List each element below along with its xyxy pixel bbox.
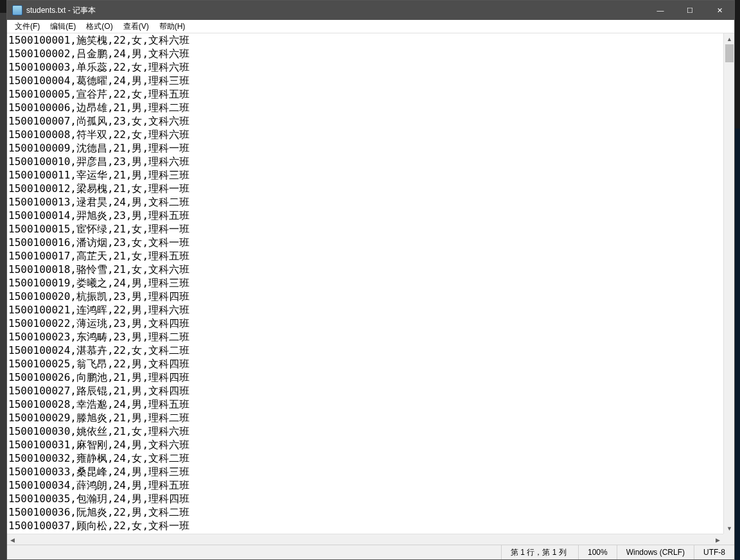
text-line[interactable]: 1500100016,潘访烟,23,女,文科一班 [8,236,722,249]
scroll-right-icon[interactable]: ▶ [712,534,723,545]
minimize-button[interactable]: — [646,1,675,20]
text-line[interactable]: 1500100009,沈德昌,21,男,理科一班 [8,141,722,155]
statusbar: 第 1 行，第 1 列 100% Windows (CRLF) UTF-8 [7,545,734,559]
text-line[interactable]: 1500100032,雍静枫,24,女,文科二班 [8,451,722,465]
text-line[interactable]: 1500100004,葛德曜,24,男,理科三班 [8,74,722,87]
text-line[interactable]: 1500100034,薛鸿朗,24,男,理科五班 [8,478,722,492]
text-line[interactable]: 1500100025,翁飞昂,22,男,文科四班 [8,357,722,371]
text-line[interactable]: 1500100001,施笑槐,22,女,文科六班 [8,33,722,47]
text-line[interactable]: 1500100018,骆怜雪,21,女,文科六班 [8,263,722,276]
text-line[interactable]: 1500100027,路辰锟,21,男,文科四班 [8,384,722,398]
text-line[interactable]: 1500100003,单乐蕊,22,女,理科六班 [8,60,722,74]
vertical-scrollbar[interactable]: ▲ ▼ [723,33,734,534]
menu-file[interactable]: 文件(F) [10,20,45,33]
window-controls: — ☐ ✕ [646,1,734,20]
scroll-left-icon[interactable]: ◀ [7,534,18,545]
menu-help[interactable]: 帮助(H) [154,20,191,33]
text-line[interactable]: 1500100014,羿旭炎,23,男,理科五班 [8,209,722,222]
scroll-up-icon[interactable]: ▲ [724,33,734,44]
text-line[interactable]: 1500100007,尚孤风,23,女,文科六班 [8,114,722,128]
menu-view[interactable]: 查看(V) [118,20,154,33]
text-line[interactable]: 1500100026,向鹏池,21,男,理科四班 [8,371,722,384]
text-line[interactable]: 1500100023,东鸿畴,23,男,理科二班 [8,330,722,344]
text-line[interactable]: 1500100008,符半双,22,女,理科六班 [8,128,722,141]
text-line[interactable]: 1500100028,幸浩邈,24,男,理科五班 [8,398,722,411]
text-line[interactable]: 1500100035,包瀚玥,24,男,理科四班 [8,492,722,505]
text-line[interactable]: 1500100012,梁易槐,21,女,理科一班 [8,182,722,195]
text-line[interactable]: 1500100037,顾向松,22,女,文科一班 [8,519,722,532]
text-line[interactable]: 1500100017,高芷天,21,女,理科五班 [8,249,722,263]
menubar: 文件(F) 编辑(E) 格式(O) 查看(V) 帮助(H) [7,20,734,33]
status-zoom: 100% [578,545,617,559]
notepad-icon [12,5,22,15]
menu-edit[interactable]: 编辑(E) [45,20,81,33]
text-line[interactable]: 1500100024,湛慕卉,22,女,文科二班 [8,344,722,357]
status-encoding: UTF-8 [694,545,734,559]
text-line[interactable]: 1500100011,宰运华,21,男,理科三班 [8,168,722,182]
titlebar[interactable]: students.txt - 记事本 — ☐ ✕ [7,1,734,20]
editor-area: 1500100001,施笑槐,22,女,文科六班1500100002,吕金鹏,2… [7,33,734,545]
text-line[interactable]: 1500100029,滕旭炎,21,男,理科二班 [8,411,722,424]
status-eol: Windows (CRLF) [617,545,694,559]
text-line[interactable]: 1500100006,边昂雄,21,男,理科二班 [8,101,722,114]
text-line[interactable]: 1500100021,连鸿晖,22,男,理科六班 [8,303,722,317]
notepad-window: students.txt - 记事本 — ☐ ✕ 文件(F) 编辑(E) 格式(… [6,0,735,560]
text-line[interactable]: 1500100002,吕金鹏,24,男,文科六班 [8,47,722,60]
window-title: students.txt - 记事本 [26,5,96,16]
close-button[interactable]: ✕ [705,1,734,20]
text-line[interactable]: 1500100036,阮旭炎,22,男,文科二班 [8,505,722,519]
maximize-button[interactable]: ☐ [675,1,705,20]
text-editor[interactable]: 1500100001,施笑槐,22,女,文科六班1500100002,吕金鹏,2… [7,33,723,534]
text-line[interactable]: 1500100031,麻智刚,24,男,文科六班 [8,438,722,451]
text-line[interactable]: 1500100033,桑昆峰,24,男,理科三班 [8,465,722,478]
vertical-scroll-thumb[interactable] [725,44,734,62]
background-left-strip [0,13,6,560]
text-line[interactable]: 1500100005,宣谷芹,22,女,理科五班 [8,87,722,101]
text-line[interactable]: 1500100013,逯君昊,24,男,文科二班 [8,195,722,209]
status-position: 第 1 行，第 1 列 [501,545,578,559]
background-right-strip [735,128,740,560]
menu-format[interactable]: 格式(O) [81,20,118,33]
scroll-down-icon[interactable]: ▼ [724,523,734,534]
scroll-corner [723,534,734,545]
text-line[interactable]: 1500100019,娄曦之,24,男,理科三班 [8,276,722,290]
text-line[interactable]: 1500100022,薄运珧,23,男,文科四班 [8,317,722,330]
text-line[interactable]: 1500100015,宦怀绿,21,女,理科一班 [8,222,722,236]
horizontal-scrollbar[interactable]: ◀ ▶ [7,534,723,545]
text-line[interactable]: 1500100030,姚依丝,21,女,理科六班 [8,424,722,438]
text-line[interactable]: 1500100020,杭振凯,23,男,理科四班 [8,290,722,303]
text-line[interactable]: 1500100010,羿彦昌,23,男,理科六班 [8,155,722,168]
